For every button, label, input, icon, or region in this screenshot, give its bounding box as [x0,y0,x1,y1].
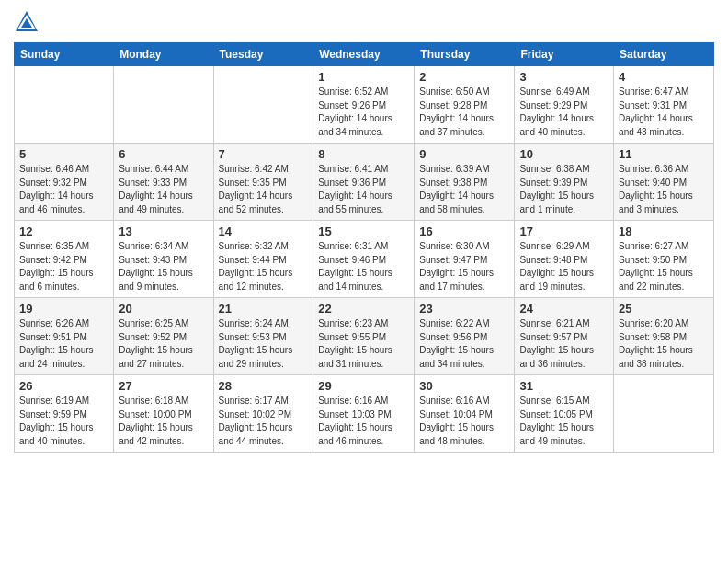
day-info: Sunrise: 6:21 AMSunset: 9:57 PMDaylight:… [519,317,609,371]
calendar-cell: 14Sunrise: 6:32 AMSunset: 9:44 PMDayligh… [213,221,313,298]
calendar-cell: 27Sunrise: 6:18 AMSunset: 10:00 PMDaylig… [114,375,213,453]
calendar-cell: 15Sunrise: 6:31 AMSunset: 9:46 PMDayligh… [313,221,415,298]
day-number: 21 [219,302,309,316]
day-info: Sunrise: 6:30 AMSunset: 9:47 PMDaylight:… [419,240,509,293]
day-info: Sunrise: 6:26 AMSunset: 9:51 PMDaylight:… [19,317,108,371]
day-info: Sunrise: 6:18 AMSunset: 10:00 PMDaylight… [119,395,208,448]
day-number: 15 [318,224,409,238]
calendar-cell: 30Sunrise: 6:16 AMSunset: 10:04 PMDaylig… [415,375,515,453]
calendar-cell: 12Sunrise: 6:35 AMSunset: 9:42 PMDayligh… [15,221,114,298]
day-info: Sunrise: 6:20 AMSunset: 9:58 PMDaylight:… [619,317,709,371]
calendar-week-row: 12Sunrise: 6:35 AMSunset: 9:42 PMDayligh… [15,221,714,298]
day-number: 11 [619,147,709,161]
calendar-cell: 9Sunrise: 6:39 AMSunset: 9:38 PMDaylight… [415,144,515,221]
calendar-table: SundayMondayTuesdayWednesdayThursdayFrid… [14,42,714,453]
day-info: Sunrise: 6:39 AMSunset: 9:38 PMDaylight:… [419,163,509,216]
header [14,9,714,35]
calendar-cell: 6Sunrise: 6:44 AMSunset: 9:33 PMDaylight… [114,144,213,221]
weekday-header-friday: Friday [515,43,614,66]
day-info: Sunrise: 6:15 AMSunset: 10:05 PMDaylight… [519,395,609,448]
day-number: 24 [519,302,609,316]
calendar-cell: 23Sunrise: 6:22 AMSunset: 9:56 PMDayligh… [415,298,515,375]
day-number: 31 [519,379,609,393]
calendar-cell [114,66,213,144]
calendar-cell: 20Sunrise: 6:25 AMSunset: 9:52 PMDayligh… [114,298,213,375]
day-info: Sunrise: 6:31 AMSunset: 9:46 PMDaylight:… [318,240,409,293]
weekday-header-sunday: Sunday [15,43,114,66]
calendar-cell: 13Sunrise: 6:34 AMSunset: 9:43 PMDayligh… [114,221,213,298]
calendar-cell: 1Sunrise: 6:52 AMSunset: 9:26 PMDaylight… [313,66,415,144]
day-info: Sunrise: 6:16 AMSunset: 10:04 PMDaylight… [419,395,509,448]
day-info: Sunrise: 6:35 AMSunset: 9:42 PMDaylight:… [19,240,108,293]
day-info: Sunrise: 6:24 AMSunset: 9:53 PMDaylight:… [219,317,309,371]
day-info: Sunrise: 6:46 AMSunset: 9:32 PMDaylight:… [19,163,108,216]
weekday-header-tuesday: Tuesday [213,43,313,66]
calendar-week-row: 1Sunrise: 6:52 AMSunset: 9:26 PMDaylight… [15,66,714,144]
day-number: 26 [19,379,108,393]
calendar-cell: 19Sunrise: 6:26 AMSunset: 9:51 PMDayligh… [15,298,114,375]
day-number: 27 [119,379,208,393]
calendar-week-row: 5Sunrise: 6:46 AMSunset: 9:32 PMDaylight… [15,144,714,221]
day-info: Sunrise: 6:42 AMSunset: 9:35 PMDaylight:… [219,163,309,216]
day-info: Sunrise: 6:27 AMSunset: 9:50 PMDaylight:… [619,240,709,293]
day-info: Sunrise: 6:17 AMSunset: 10:02 PMDaylight… [219,395,309,448]
day-number: 8 [318,147,409,161]
day-info: Sunrise: 6:41 AMSunset: 9:36 PMDaylight:… [318,163,409,216]
day-number: 7 [219,147,309,161]
calendar-cell: 7Sunrise: 6:42 AMSunset: 9:35 PMDaylight… [213,144,313,221]
calendar-week-row: 19Sunrise: 6:26 AMSunset: 9:51 PMDayligh… [15,298,714,375]
day-number: 20 [119,302,208,316]
day-info: Sunrise: 6:16 AMSunset: 10:03 PMDaylight… [318,395,409,448]
calendar-cell: 26Sunrise: 6:19 AMSunset: 9:59 PMDayligh… [15,375,114,453]
day-number: 6 [119,147,208,161]
day-number: 22 [318,302,409,316]
day-info: Sunrise: 6:22 AMSunset: 9:56 PMDaylight:… [419,317,509,371]
day-number: 13 [119,224,208,238]
day-number: 10 [519,147,609,161]
weekday-header-thursday: Thursday [415,43,515,66]
calendar-cell [614,375,714,453]
day-number: 30 [419,379,509,393]
calendar-week-row: 26Sunrise: 6:19 AMSunset: 9:59 PMDayligh… [15,375,714,453]
calendar-cell: 5Sunrise: 6:46 AMSunset: 9:32 PMDaylight… [15,144,114,221]
day-number: 3 [519,70,609,84]
day-number: 2 [419,70,509,84]
calendar-cell: 16Sunrise: 6:30 AMSunset: 9:47 PMDayligh… [415,221,515,298]
day-number: 9 [419,147,509,161]
day-number: 5 [19,147,108,161]
calendar-cell [213,66,313,144]
calendar-cell: 25Sunrise: 6:20 AMSunset: 9:58 PMDayligh… [614,298,714,375]
day-number: 4 [619,70,709,84]
day-number: 18 [619,224,709,238]
day-info: Sunrise: 6:50 AMSunset: 9:28 PMDaylight:… [419,86,509,139]
calendar-cell [15,66,114,144]
day-info: Sunrise: 6:44 AMSunset: 9:33 PMDaylight:… [119,163,208,216]
calendar-cell: 11Sunrise: 6:36 AMSunset: 9:40 PMDayligh… [614,144,714,221]
logo-icon [14,9,40,35]
day-number: 14 [219,224,309,238]
day-info: Sunrise: 6:52 AMSunset: 9:26 PMDaylight:… [318,86,409,139]
calendar-page: SundayMondayTuesdayWednesdayThursdayFrid… [0,0,728,563]
calendar-cell: 8Sunrise: 6:41 AMSunset: 9:36 PMDaylight… [313,144,415,221]
day-info: Sunrise: 6:34 AMSunset: 9:43 PMDaylight:… [119,240,208,293]
day-info: Sunrise: 6:23 AMSunset: 9:55 PMDaylight:… [318,317,409,371]
day-number: 16 [419,224,509,238]
calendar-cell: 18Sunrise: 6:27 AMSunset: 9:50 PMDayligh… [614,221,714,298]
calendar-cell: 24Sunrise: 6:21 AMSunset: 9:57 PMDayligh… [515,298,614,375]
calendar-header-row: SundayMondayTuesdayWednesdayThursdayFrid… [15,43,714,66]
calendar-cell: 17Sunrise: 6:29 AMSunset: 9:48 PMDayligh… [515,221,614,298]
day-info: Sunrise: 6:29 AMSunset: 9:48 PMDaylight:… [519,240,609,293]
day-number: 1 [318,70,409,84]
day-info: Sunrise: 6:32 AMSunset: 9:44 PMDaylight:… [219,240,309,293]
calendar-cell: 10Sunrise: 6:38 AMSunset: 9:39 PMDayligh… [515,144,614,221]
weekday-header-wednesday: Wednesday [313,43,415,66]
day-info: Sunrise: 6:19 AMSunset: 9:59 PMDaylight:… [19,395,108,448]
calendar-cell: 21Sunrise: 6:24 AMSunset: 9:53 PMDayligh… [213,298,313,375]
calendar-cell: 2Sunrise: 6:50 AMSunset: 9:28 PMDaylight… [415,66,515,144]
day-number: 23 [419,302,509,316]
logo [14,9,43,35]
calendar-cell: 4Sunrise: 6:47 AMSunset: 9:31 PMDaylight… [614,66,714,144]
calendar-cell: 22Sunrise: 6:23 AMSunset: 9:55 PMDayligh… [313,298,415,375]
calendar-cell: 28Sunrise: 6:17 AMSunset: 10:02 PMDaylig… [213,375,313,453]
day-number: 12 [19,224,108,238]
